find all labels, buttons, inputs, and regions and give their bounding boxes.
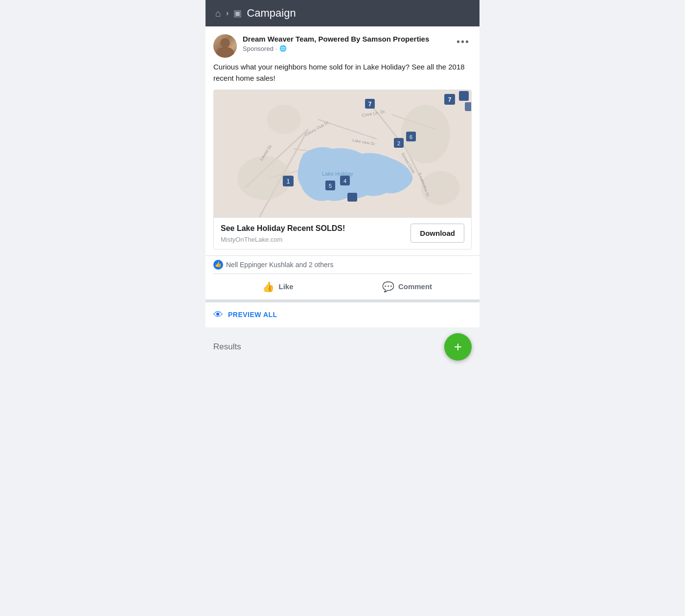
comment-icon: 💬 bbox=[382, 281, 394, 293]
ad-card-url: MistyOnTheLake.com bbox=[221, 236, 405, 243]
dot-separator: · bbox=[275, 45, 277, 52]
svg-text:6: 6 bbox=[410, 134, 412, 140]
like-label: Like bbox=[278, 282, 293, 291]
results-label: Results bbox=[213, 342, 241, 352]
svg-text:7: 7 bbox=[448, 96, 452, 103]
ad-card: Lake Holiday Laurel Dr. Colony Club Dr. … bbox=[213, 90, 472, 250]
reactions-bar: 👍 Nell Eppinger Kushlak and 2 others bbox=[206, 255, 480, 274]
svg-text:2: 2 bbox=[397, 140, 400, 146]
header-bar: ⌂ › ▣ Campaign bbox=[206, 0, 480, 26]
svg-text:7: 7 bbox=[368, 101, 372, 108]
post-text: Curious what your neighbors home sold fo… bbox=[206, 62, 480, 90]
post-author: Dream Weaver Team, Powered By Samson Pro… bbox=[243, 34, 449, 44]
ad-card-bottom: See Lake Holiday Recent SOLDS! MistyOnTh… bbox=[214, 217, 471, 249]
ad-card-title: See Lake Holiday Recent SOLDS! bbox=[221, 224, 405, 234]
add-fab-button[interactable]: + bbox=[444, 333, 472, 361]
folder-icon: ▣ bbox=[233, 8, 242, 19]
comment-label: Comment bbox=[398, 282, 432, 291]
phone-container: ⌂ › ▣ Campaign Dream Weaver Team, Powere… bbox=[206, 0, 480, 366]
page-title: Campaign bbox=[247, 7, 296, 20]
download-button[interactable]: Download bbox=[411, 224, 464, 243]
like-reaction-icon: 👍 bbox=[213, 260, 223, 270]
preview-all-bar[interactable]: 👁 PREVIEW ALL bbox=[206, 302, 480, 327]
reactions-text: Nell Eppinger Kushlak and 2 others bbox=[226, 261, 333, 269]
post-meta: Dream Weaver Team, Powered By Samson Pro… bbox=[243, 34, 449, 52]
sponsored-label: Sponsored bbox=[243, 45, 274, 52]
svg-text:1: 1 bbox=[286, 178, 290, 185]
svg-point-12 bbox=[267, 105, 301, 134]
breadcrumb-chevron: › bbox=[226, 9, 228, 18]
post-subtitle: Sponsored · 🌐 bbox=[243, 45, 449, 52]
comment-button[interactable]: 💬 Comment bbox=[342, 276, 472, 297]
svg-rect-22 bbox=[459, 91, 469, 101]
svg-text:4: 4 bbox=[343, 178, 346, 184]
preview-all-label: PREVIEW ALL bbox=[228, 311, 277, 319]
post-container: Dream Weaver Team, Powered By Samson Pro… bbox=[206, 26, 480, 299]
svg-rect-34 bbox=[347, 193, 357, 202]
globe-icon: 🌐 bbox=[279, 45, 287, 52]
ad-card-text: See Lake Holiday Recent SOLDS! MistyOnTh… bbox=[221, 224, 405, 243]
svg-text:5: 5 bbox=[329, 183, 332, 189]
svg-rect-25 bbox=[465, 102, 471, 111]
like-icon: 👍 bbox=[262, 281, 274, 293]
like-button[interactable]: 👍 Like bbox=[213, 276, 342, 297]
post-options-button[interactable]: ••• bbox=[455, 34, 472, 49]
home-icon[interactable]: ⌂ bbox=[215, 8, 221, 19]
map-image: Lake Holiday Laurel Dr. Colony Club Dr. … bbox=[214, 90, 471, 217]
post-header: Dream Weaver Team, Powered By Samson Pro… bbox=[206, 26, 480, 62]
results-bar: Results + bbox=[206, 327, 480, 366]
plus-icon: + bbox=[454, 340, 462, 354]
avatar bbox=[213, 34, 237, 58]
avatar-image bbox=[213, 34, 237, 58]
thumbs-up-icon: 👍 bbox=[215, 261, 222, 268]
action-buttons: 👍 Like 💬 Comment bbox=[213, 274, 472, 299]
eye-icon: 👁 bbox=[213, 309, 223, 320]
